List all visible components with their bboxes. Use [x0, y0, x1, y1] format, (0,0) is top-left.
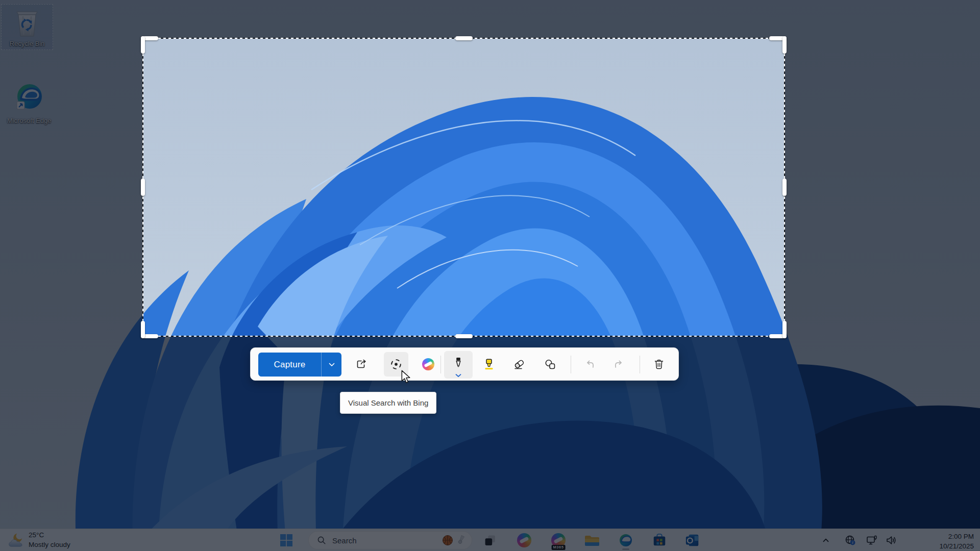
shapes-icon [544, 358, 556, 370]
desktop-screen: Recycle Bin Microsoft Edge 25°C Mostly c… [0, 0, 980, 551]
selection-viewport [143, 38, 785, 336]
chevron-down-icon [329, 363, 335, 367]
visual-search-tooltip: Visual Search with Bing [340, 392, 436, 414]
pen-dropdown-chevron-icon [455, 374, 461, 378]
visual-search-icon [389, 358, 403, 371]
toolbar-separator [640, 356, 640, 373]
undo-icon [584, 358, 596, 370]
selection-handle-bottom-left[interactable] [141, 321, 145, 338]
share-icon [355, 358, 367, 370]
toolbar-separator [571, 356, 571, 373]
selection-wallpaper [143, 38, 785, 336]
redo-icon [612, 358, 625, 370]
selection-handle-top-right[interactable] [782, 36, 787, 54]
undo-button[interactable] [579, 353, 601, 375]
redo-button[interactable] [607, 353, 630, 375]
copilot-button[interactable] [417, 353, 439, 375]
capture-button-label: Capture [258, 360, 321, 370]
selection-handle-top[interactable] [455, 36, 473, 40]
highlighter-button[interactable] [478, 353, 500, 375]
mouse-cursor [400, 370, 413, 384]
share-button[interactable] [350, 353, 372, 375]
trash-icon [653, 358, 665, 370]
copilot-icon [422, 358, 434, 370]
eraser-button[interactable] [508, 353, 530, 375]
selection-handle-top-left[interactable] [141, 36, 145, 54]
selection-handle-bottom[interactable] [455, 334, 473, 338]
delete-button[interactable] [648, 353, 670, 375]
selection-handle-right[interactable] [782, 179, 787, 196]
eraser-icon [513, 358, 525, 370]
capture-dropdown-button[interactable] [321, 353, 341, 377]
selection-handle-left[interactable] [141, 179, 145, 196]
snipping-toolbar: Capture [250, 347, 679, 381]
shapes-button[interactable] [539, 353, 561, 375]
toolbar-separator [440, 356, 441, 373]
selection-handle-bottom-right[interactable] [782, 321, 787, 338]
ballpoint-pen-button[interactable] [444, 351, 473, 379]
capture-button[interactable]: Capture [258, 353, 341, 377]
pen-icon [452, 357, 464, 369]
highlighter-icon [483, 358, 495, 370]
selection-region[interactable] [143, 38, 785, 336]
